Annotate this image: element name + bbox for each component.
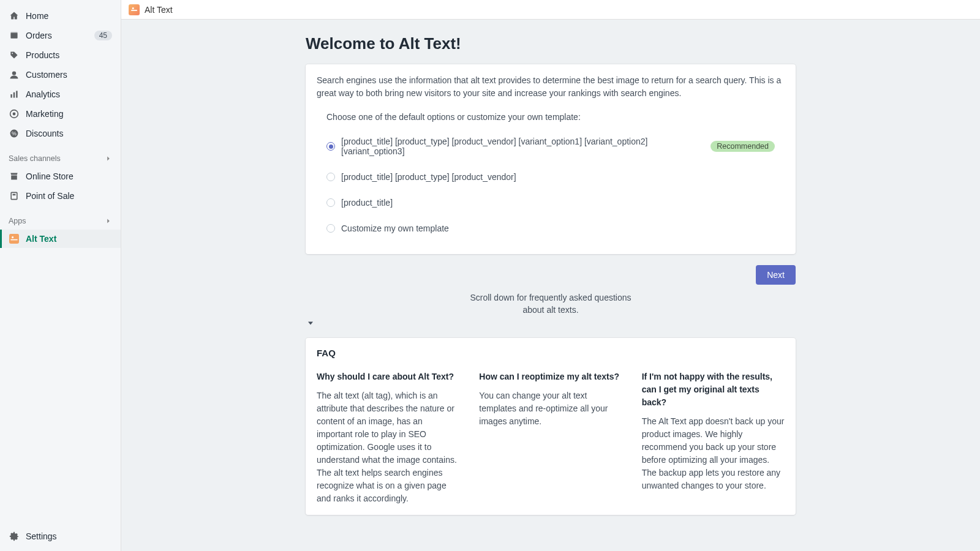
template-option-3[interactable]: [product_title] [317, 193, 785, 212]
button-row: Next [306, 265, 796, 285]
sidebar-item-label: Marketing [26, 109, 112, 119]
template-option-label: [product_title] [341, 198, 393, 208]
sidebar-item-online-store[interactable]: Online Store [0, 167, 121, 186]
alt-text-icon [9, 233, 20, 244]
sidebar-item-label: Settings [26, 531, 112, 541]
faq-question: How can I reoptimize my alt texts? [479, 370, 622, 383]
radio-input[interactable] [326, 173, 335, 181]
sidebar-item-home[interactable]: Home [0, 7, 121, 25]
sidebar-item-alt-text[interactable]: Alt Text [0, 230, 121, 248]
radio-input[interactable] [326, 198, 335, 207]
radio-input[interactable] [326, 142, 335, 151]
faq-column-2: How can I reoptimize my alt texts? You c… [479, 370, 622, 505]
sidebar-item-discounts[interactable]: % Discounts [0, 124, 121, 143]
svg-point-17 [132, 7, 134, 9]
faq-column-1: Why should I care about Alt Text? The al… [317, 370, 459, 505]
svg-point-8 [13, 113, 16, 116]
sidebar-item-label: Discounts [26, 129, 112, 138]
faq-answer: You can change your alt text templates a… [479, 389, 622, 428]
template-option-4[interactable]: Customize my own template [317, 219, 785, 238]
svg-rect-4 [10, 94, 12, 98]
online-store-icon [9, 171, 20, 182]
sidebar-item-label: Home [26, 11, 112, 21]
products-icon [9, 50, 20, 61]
sidebar-item-label: Analytics [26, 89, 112, 99]
faq-answer: The Alt Text app doesn't back up your pr… [642, 415, 785, 492]
description: Search engines use the information that … [317, 74, 785, 100]
faq-question: Why should I care about Alt Text? [317, 370, 459, 383]
sidebar-item-analytics[interactable]: Analytics [0, 85, 121, 103]
pos-icon [9, 190, 20, 201]
customers-icon [9, 69, 20, 80]
svg-rect-11 [11, 192, 17, 199]
svg-point-3 [12, 71, 16, 75]
svg-rect-6 [16, 91, 17, 97]
template-option-1[interactable]: [product_title] [product_type] [product_… [317, 132, 785, 161]
gear-icon [9, 531, 20, 542]
next-button[interactable]: Next [756, 265, 796, 285]
svg-text:%: % [12, 130, 17, 137]
content: Welcome to Alt Text! Search engines use … [121, 20, 980, 551]
topbar: Alt Text [121, 0, 980, 20]
sidebar-item-settings[interactable]: Settings [0, 527, 121, 550]
choose-label: Choose one of the default options or cus… [317, 112, 785, 122]
sidebar-section-apps[interactable]: Apps [0, 213, 121, 229]
svg-rect-5 [13, 92, 15, 98]
main: Alt Text Welcome to Alt Text! Search eng… [121, 0, 980, 551]
faq-question: If I'm not happy with the results, can I… [642, 370, 785, 409]
sidebar-item-label: Point of Sale [26, 191, 112, 201]
faq-column-3: If I'm not happy with the results, can I… [642, 370, 785, 505]
svg-rect-1 [10, 32, 17, 33]
recommended-badge: Recommended [710, 141, 775, 152]
marketing-icon [9, 108, 20, 119]
sidebar-item-orders[interactable]: Orders 45 [0, 26, 121, 45]
sidebar-item-products[interactable]: Products [0, 46, 121, 64]
scroll-hint: Scroll down for frequently asked questio… [465, 292, 636, 316]
chevron-right-icon [105, 155, 112, 162]
template-option-label: Customize my own template [341, 223, 449, 233]
home-icon [9, 10, 20, 21]
svg-point-2 [12, 53, 13, 54]
svg-rect-12 [13, 194, 16, 195]
sidebar-item-customers[interactable]: Customers [0, 66, 121, 84]
sidebar-section-label: Sales channels [9, 154, 61, 163]
orders-icon [9, 30, 20, 41]
page-title: Welcome to Alt Text! [306, 34, 796, 53]
template-option-label: [product_title] [product_type] [product_… [341, 137, 701, 156]
template-card: Search engines use the information that … [306, 64, 796, 254]
sidebar-section-label: Apps [9, 217, 26, 225]
analytics-icon [9, 89, 20, 100]
app-icon [129, 4, 140, 15]
faq-card: FAQ Why should I care about Alt Text? Th… [306, 338, 796, 515]
sidebar-item-label: Customers [26, 70, 112, 80]
svg-point-15 [12, 236, 13, 238]
sidebar-item-pos[interactable]: Point of Sale [0, 187, 121, 205]
sidebar-item-label: Alt Text [26, 234, 112, 244]
faq-answer: The alt text (alt tag), which is an attr… [317, 389, 459, 505]
topbar-app-name: Alt Text [145, 5, 173, 15]
orders-badge: 45 [94, 31, 112, 40]
sidebar-item-label: Orders [26, 31, 88, 40]
radio-input[interactable] [326, 224, 335, 233]
svg-rect-14 [10, 239, 17, 241]
template-option-label: [product_title] [product_type] [product_… [341, 172, 516, 182]
sidebar-item-marketing[interactable]: Marketing [0, 105, 121, 123]
svg-rect-13 [9, 234, 19, 244]
sidebar-section-sales-channels[interactable]: Sales channels [0, 151, 121, 167]
sidebar-item-label: Products [26, 50, 112, 60]
svg-rect-16 [131, 10, 137, 11]
template-option-2[interactable]: [product_title] [product_type] [product_… [317, 167, 785, 187]
chevron-down-icon [306, 318, 796, 328]
faq-title: FAQ [317, 348, 785, 358]
sidebar: Home Orders 45 Products Customers Analyt… [0, 0, 121, 551]
sidebar-item-label: Online Store [26, 171, 112, 181]
chevron-right-icon [105, 217, 112, 225]
discounts-icon: % [9, 128, 20, 139]
svg-rect-0 [10, 33, 17, 39]
